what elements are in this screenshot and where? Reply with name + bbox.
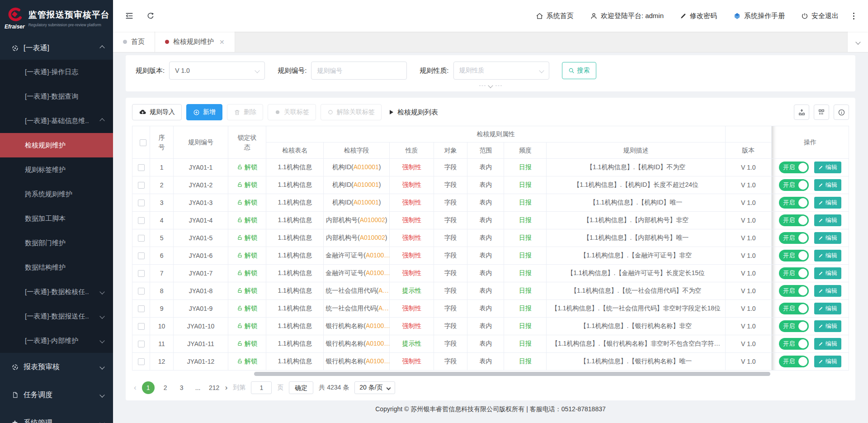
tab-home[interactable]: 首页: [113, 32, 155, 52]
row-checkbox[interactable]: [138, 252, 145, 259]
row-checkbox[interactable]: [138, 323, 145, 330]
sidebar-item[interactable]: [一表通]-数据检核任..: [0, 280, 113, 304]
sidebar-item[interactable]: 任务调度: [0, 381, 113, 409]
enable-toggle[interactable]: 开启: [779, 267, 809, 279]
horizontal-scrollbar: [132, 372, 849, 376]
enable-toggle[interactable]: 开启: [779, 214, 809, 226]
enable-toggle[interactable]: 开启: [779, 320, 809, 332]
sidebar-item[interactable]: [一表通]-操作日志: [0, 60, 113, 84]
sidebar-item[interactable]: [一表通]-数据查询: [0, 84, 113, 109]
nav-item-label: 系统操作手册: [744, 12, 785, 20]
enable-toggle[interactable]: 开启: [779, 303, 809, 314]
info-icon-button[interactable]: [834, 105, 849, 120]
toolbar-button[interactable]: 规则导入: [132, 104, 182, 120]
page-number-active[interactable]: 1: [142, 381, 155, 394]
nav-item[interactable]: 修改密码: [680, 12, 717, 20]
row-checkbox[interactable]: [138, 217, 145, 224]
more-icon[interactable]: [851, 11, 856, 21]
edit-button[interactable]: 编辑: [814, 250, 841, 261]
sidebar-item[interactable]: 数据加工脚本: [0, 206, 113, 231]
select-all-checkbox[interactable]: [140, 139, 146, 146]
scrollbar-thumb[interactable]: [254, 372, 770, 376]
close-icon[interactable]: [219, 38, 225, 46]
cell-field: 统一社会信用代码(A…: [324, 282, 390, 300]
lock-open-icon: [237, 358, 243, 364]
sidebar-item[interactable]: 数据结构维护: [0, 255, 113, 280]
row-checkbox[interactable]: [138, 182, 145, 189]
cell-table-name: 1.1机构信息: [266, 282, 324, 300]
prev-page-button[interactable]: ‹: [134, 383, 137, 392]
filter-collapse-toggle[interactable]: [136, 80, 845, 91]
trash-icon: [234, 109, 241, 116]
row-checkbox[interactable]: [138, 358, 145, 365]
tab-rule-maintenance[interactable]: 检核规则维护: [155, 32, 235, 52]
tab-list-dropdown[interactable]: [847, 32, 868, 52]
page-size-select[interactable]: 20 条/页: [354, 381, 395, 394]
edit-button[interactable]: 编辑: [814, 285, 841, 297]
enable-toggle[interactable]: 开启: [779, 197, 809, 209]
pencil-icon: [818, 253, 823, 258]
pencil-icon: [818, 236, 823, 241]
page-number[interactable]: ...: [193, 381, 203, 394]
sidebar-item[interactable]: 数据部门维护: [0, 231, 113, 255]
page-number[interactable]: 212: [209, 381, 220, 394]
row-checkbox[interactable]: [138, 288, 145, 295]
rule-code-input[interactable]: [317, 67, 401, 74]
nav-item[interactable]: 欢迎登陆平台: admin: [590, 12, 664, 20]
sidebar-item[interactable]: [一表通]-数据报送任..: [0, 304, 113, 328]
page-number[interactable]: 2: [160, 381, 171, 394]
toggle-label: 开启: [783, 199, 795, 207]
goto-page-input[interactable]: [251, 381, 272, 394]
sidebar-item[interactable]: 规则标签维护: [0, 157, 113, 182]
nav-item[interactable]: 安全退出: [801, 12, 839, 20]
rule-nature-select[interactable]: 规则性质: [453, 62, 549, 80]
sidebar-item[interactable]: 报表预审核: [0, 353, 113, 381]
enable-toggle[interactable]: 开启: [779, 356, 809, 367]
next-page-button[interactable]: ›: [225, 383, 228, 392]
edit-button[interactable]: 编辑: [814, 267, 841, 279]
edit-button[interactable]: 编辑: [814, 179, 841, 191]
sidebar-item[interactable]: [一表通]-基础信息维..: [0, 109, 113, 133]
page-number[interactable]: 3: [176, 381, 187, 394]
sidebar-item[interactable]: 系统管理: [0, 409, 113, 423]
row-checkbox[interactable]: [138, 270, 145, 277]
nav-item-label: 安全退出: [811, 12, 839, 20]
export-icon-button[interactable]: [794, 105, 809, 120]
rule-version-select[interactable]: V 1.0: [169, 62, 265, 80]
edit-button[interactable]: 编辑: [814, 338, 841, 350]
enable-toggle[interactable]: 开启: [779, 250, 809, 261]
enable-toggle[interactable]: 开启: [779, 338, 809, 350]
edit-button[interactable]: 编辑: [814, 162, 841, 173]
row-checkbox[interactable]: [138, 164, 145, 171]
row-checkbox[interactable]: [138, 200, 145, 206]
search-button[interactable]: 搜索: [562, 62, 596, 79]
sidebar-item[interactable]: [一表通]: [0, 36, 113, 60]
enable-toggle[interactable]: 开启: [779, 179, 809, 191]
row-checkbox[interactable]: [138, 341, 145, 347]
power-icon: [801, 12, 808, 19]
enable-toggle[interactable]: 开启: [779, 285, 809, 297]
edit-button[interactable]: 编辑: [814, 320, 841, 332]
toolbar-button[interactable]: 新增: [186, 104, 222, 120]
collapse-menu-icon[interactable]: [125, 11, 134, 20]
edit-button[interactable]: 编辑: [814, 232, 841, 244]
edit-button[interactable]: 编辑: [814, 214, 841, 226]
enable-toggle[interactable]: 开启: [779, 162, 809, 173]
goto-confirm-button[interactable]: 确定: [289, 381, 313, 394]
cell-scope: 表内: [467, 265, 504, 282]
columns-icon-button[interactable]: [814, 105, 829, 120]
sidebar-item[interactable]: [一表通]-内部维护: [0, 328, 113, 353]
row-checkbox[interactable]: [138, 305, 145, 312]
nav-item[interactable]: 系统操作手册: [733, 12, 785, 20]
edit-button[interactable]: 编辑: [814, 356, 841, 367]
pencil-icon: [818, 306, 823, 311]
refresh-icon[interactable]: [146, 12, 155, 20]
nav-item[interactable]: 系统首页: [536, 12, 574, 20]
enable-toggle[interactable]: 开启: [779, 232, 809, 244]
row-checkbox[interactable]: [138, 235, 145, 242]
header-target: 对象: [434, 143, 467, 159]
edit-button[interactable]: 编辑: [814, 303, 841, 314]
sidebar-item[interactable]: 跨系统规则维护: [0, 182, 113, 206]
sidebar-item[interactable]: 检核规则维护: [0, 133, 113, 157]
edit-button[interactable]: 编辑: [814, 197, 841, 209]
